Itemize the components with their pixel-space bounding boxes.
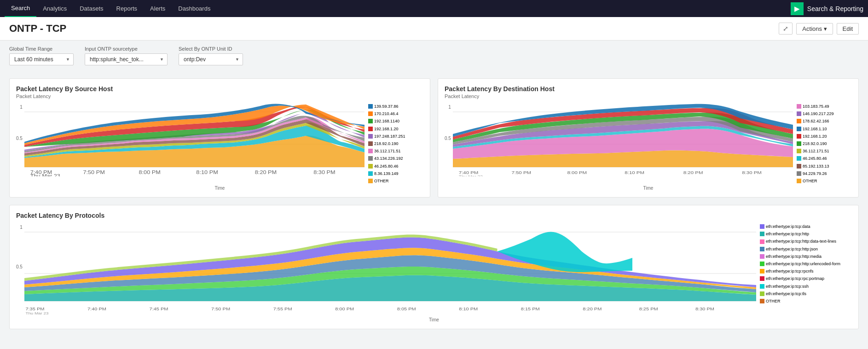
protocols-panel: Packet Latency By Protocols 1 0.5 [9, 205, 859, 329]
svg-text:7:40 PM: 7:40 PM [87, 307, 106, 311]
filter-sourcetype-label: Input ONTP sourcetype [85, 46, 168, 52]
proto-y-max: 1 [20, 225, 23, 230]
filter-sourcetype: Input ONTP sourcetype http:splunk_hec_to… [85, 46, 168, 65]
source-host-chart: 7:40 PM 7:50 PM 8:00 PM 8:10 PM 8:20 PM … [24, 103, 365, 176]
svg-text:8:30 PM: 8:30 PM [313, 170, 335, 174]
dest-host-subtitle: Packet Latency [445, 93, 852, 99]
nav-search[interactable]: Search [5, 0, 36, 17]
filter-sourcetype-select[interactable]: http:splunk_hec_tok... [85, 53, 168, 65]
brand-text: Search & Reporting [807, 5, 863, 12]
svg-text:8:00 PM: 8:00 PM [335, 307, 354, 311]
filter-unit-id-label: Select By ONTP Unit ID [179, 46, 243, 52]
source-host-title: Packet Latency By Source Host [16, 85, 423, 93]
nav-reports[interactable]: Reports [110, 0, 144, 17]
svg-text:7:35 PM: 7:35 PM [25, 307, 44, 311]
svg-text:7:50 PM: 7:50 PM [211, 307, 230, 311]
nav-analytics[interactable]: Analytics [36, 0, 73, 17]
nav-brand: ▶ Search & Reporting [791, 2, 863, 15]
nav-alerts[interactable]: Alerts [144, 0, 172, 17]
brand-icon: ▶ [791, 2, 804, 15]
filter-time-range: Global Time Range Last 60 minutes Last 2… [9, 46, 74, 65]
svg-text:7:50 PM: 7:50 PM [511, 170, 531, 175]
svg-text:8:00 PM: 8:00 PM [139, 170, 160, 174]
svg-text:8:20 PM: 8:20 PM [683, 170, 703, 175]
header-actions: ⤢ Actions ▾ Edit [779, 23, 859, 35]
svg-text:7:55 PM: 7:55 PM [273, 307, 292, 311]
svg-text:8:00 PM: 8:00 PM [567, 170, 587, 175]
dest-y-max: 1 [448, 105, 451, 110]
dest-host-chart: 7:40 PM 7:50 PM 8:00 PM 8:10 PM 8:20 PM … [453, 103, 793, 176]
page-header: ONTP - TCP ⤢ Actions ▾ Edit [0, 17, 868, 41]
top-navigation: Search Analytics Datasets Reports Alerts… [0, 0, 868, 17]
source-host-panel: Packet Latency By Source Host Packet Lat… [9, 78, 430, 198]
dest-host-x-label: Time [445, 186, 852, 191]
dest-host-panel: Packet Latency By Destination Host Packe… [438, 78, 859, 198]
protocols-legend: eth:ethertype:ip:tcp:data eth:ethertype:… [760, 223, 852, 316]
dest-y-mid: 0.5 [445, 136, 451, 141]
svg-text:Thu Mar 23: Thu Mar 23 [459, 174, 483, 176]
nav-dashboards[interactable]: Dashboards [172, 0, 217, 17]
svg-text:Thu Mar 23: Thu Mar 23 [30, 174, 60, 176]
nav-items: Search Analytics Datasets Reports Alerts… [5, 0, 791, 17]
nav-datasets[interactable]: Datasets [73, 0, 110, 17]
svg-text:8:30 PM: 8:30 PM [742, 170, 762, 175]
svg-text:8:05 PM: 8:05 PM [397, 307, 416, 311]
filter-time-range-wrapper: Last 60 minutes Last 24 hours Last 7 day… [9, 53, 74, 65]
source-host-subtitle: Packet Latency [16, 93, 423, 99]
filter-unit-id-wrapper: ontp:Dev [179, 53, 243, 65]
page-title: ONTP - TCP [9, 23, 66, 35]
svg-text:7:45 PM: 7:45 PM [149, 307, 168, 311]
filter-sourcetype-wrapper: http:splunk_hec_tok... [85, 53, 168, 65]
svg-text:8:15 PM: 8:15 PM [521, 307, 540, 311]
filter-time-range-select[interactable]: Last 60 minutes Last 24 hours Last 7 day… [9, 53, 74, 65]
dest-host-title: Packet Latency By Destination Host [445, 85, 852, 93]
source-host-x-label: Time [16, 186, 423, 191]
svg-text:Thu Mar 23: Thu Mar 23 [25, 311, 48, 315]
svg-text:8:10 PM: 8:10 PM [459, 307, 478, 311]
svg-text:8:20 PM: 8:20 PM [583, 307, 602, 311]
top-charts-row: Packet Latency By Source Host Packet Lat… [9, 78, 859, 198]
filter-time-range-label: Global Time Range [9, 46, 74, 52]
dest-host-legend: 103.183.75.49 146.190.217.229 178.62.42.… [797, 103, 852, 185]
protocols-title: Packet Latency By Protocols [16, 212, 852, 219]
main-content: Packet Latency By Source Host Packet Lat… [0, 71, 868, 337]
source-host-legend: 139.59.37.86 170.210.46.4 192.168.1140 1… [368, 103, 423, 185]
svg-text:8:25 PM: 8:25 PM [639, 307, 658, 311]
filter-unit-id-select[interactable]: ontp:Dev [179, 53, 243, 65]
svg-text:8:30 PM: 8:30 PM [695, 307, 714, 311]
svg-text:8:10 PM: 8:10 PM [196, 170, 218, 174]
expand-button[interactable]: ⤢ [779, 23, 793, 35]
filter-unit-id: Select By ONTP Unit ID ontp:Dev [179, 46, 243, 65]
svg-text:7:50 PM: 7:50 PM [83, 170, 104, 174]
actions-button[interactable]: Actions ▾ [796, 23, 833, 35]
protocols-chart: 7:35 PM 7:40 PM 7:45 PM 7:50 PM 7:55 PM … [24, 223, 756, 315]
edit-button[interactable]: Edit [837, 23, 859, 35]
protocols-x-label: Time [16, 317, 852, 322]
svg-text:8:10 PM: 8:10 PM [625, 170, 644, 175]
proto-y-half: 0.5 [16, 264, 23, 269]
source-y-mid: 0.5 [16, 136, 23, 141]
source-y-max: 1 [20, 105, 23, 110]
filters-row: Global Time Range Last 60 minutes Last 2… [0, 41, 868, 71]
svg-text:8:20 PM: 8:20 PM [255, 170, 277, 174]
